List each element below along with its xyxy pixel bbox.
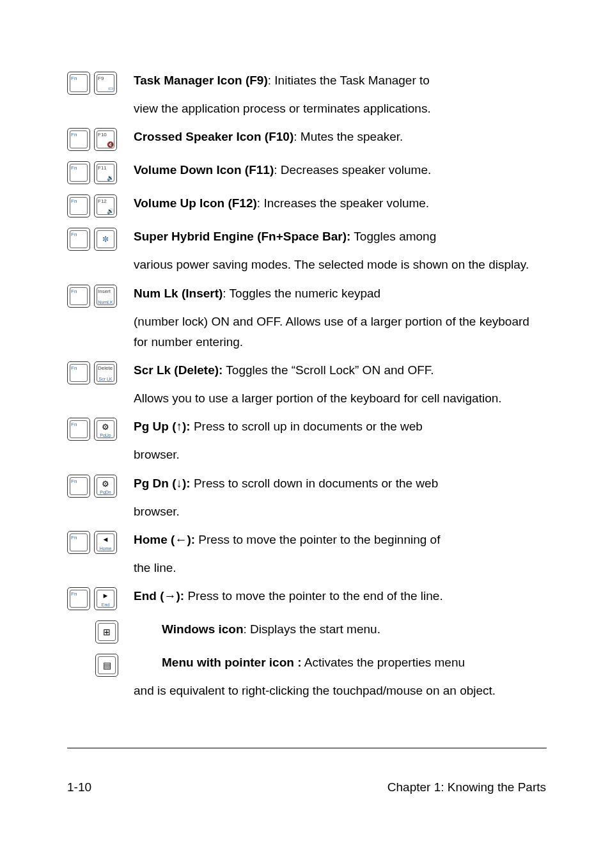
key-top-label: F9: [98, 75, 104, 81]
hotkey-continuation: (number lock) ON and OFF. Allows use of …: [134, 312, 546, 353]
key-pair: ▤: [67, 652, 159, 677]
key-icon: ▭: [108, 85, 114, 91]
key-bottom-label: PgUp: [100, 433, 111, 438]
hotkey-text: : Toggles the numeric keypad: [223, 287, 380, 300]
hotkey-label: Pg Dn (↓):: [134, 477, 191, 490]
fn-key: Fn: [67, 194, 90, 217]
hotkey-text: Press to scroll down in documents or the…: [191, 477, 439, 490]
hotkey-label: Task Manager Icon (F9): [134, 74, 268, 87]
hotkey-description: Pg Up (↑): Press to scroll up in documen…: [131, 416, 546, 437]
hotkey-text: Toggles the “Scroll Lock” ON and OFF.: [223, 363, 434, 377]
hotkey-text: Press to scroll up in documents or the w…: [191, 420, 423, 433]
key-label: Fn: [71, 75, 77, 81]
hotkey-row: FnF12🔊Volume Up Icon (F12): Increases th…: [67, 193, 546, 217]
fn-key: Fn: [67, 72, 90, 95]
hotkey-description: Volume Up Icon (F12): Increases the spea…: [131, 193, 546, 214]
key-pair: FnF9▭: [67, 70, 131, 95]
hotkey-text: : Increases the speaker volume.: [257, 196, 429, 210]
hotkey-continuation: browser.: [134, 501, 546, 522]
single-key: ⊞: [95, 620, 118, 643]
hotkey-label: Num Lk (Insert): [134, 287, 223, 300]
hotkey-continuation: Allows you to use a larger portion of th…: [134, 388, 546, 409]
hotkey-row: Fn⚙PgDnPg Dn (↓): Press to scroll down i…: [67, 473, 546, 498]
key-icon: ✼: [102, 235, 109, 243]
key-pair: FnF12🔊: [67, 193, 131, 217]
key-icon: 🔇: [107, 141, 114, 148]
key-label: Fn: [71, 535, 77, 541]
hotkey-description: Task Manager Icon (F9): Initiates the Ta…: [131, 70, 546, 91]
function-key: ⚙PgUp: [94, 418, 117, 441]
key-pair: Fn►End: [67, 586, 131, 610]
hotkey-label: End (→):: [134, 589, 184, 603]
hotkey-description: Super Hybrid Engine (Fn+Space Bar): Togg…: [131, 226, 546, 247]
key-top-label: Insert: [98, 288, 111, 294]
arrow-icon: ◄: [102, 535, 109, 543]
hotkey-text: : Displays the start menu.: [244, 622, 380, 636]
key-label: Fn: [71, 132, 77, 138]
function-key: DeleteScr LK: [94, 361, 117, 384]
hotkey-text: : Decreases speaker volume.: [274, 163, 431, 177]
function-key: F10🔇: [94, 128, 117, 151]
hotkey-label: Scr Lk (Delete):: [134, 363, 223, 377]
key-label: Fn: [71, 165, 77, 171]
hotkey-row: Fn✼Super Hybrid Engine (Fn+Space Bar): T…: [67, 226, 546, 251]
key-label: Fn: [71, 422, 77, 427]
hotkey-continuation: browser.: [134, 445, 546, 465]
page-content: FnF9▭Task Manager Icon (F9): Initiates t…: [0, 0, 610, 748]
hotkey-label: Pg Up (↑):: [134, 420, 191, 433]
hotkey-text: Press to move the pointer to the end of …: [184, 589, 443, 603]
key-bottom-label: NumLK: [98, 300, 113, 304]
hotkey-description: Crossed Speaker Icon (F10): Mutes the sp…: [131, 127, 546, 147]
function-key: ⚙PgDn: [94, 475, 117, 498]
function-key: ◄Home: [94, 531, 117, 554]
key-pair: FnF10🔇: [67, 127, 131, 151]
fn-key: Fn: [67, 418, 90, 441]
key-top-label: F12: [98, 198, 107, 204]
hotkey-description: Pg Dn (↓): Press to scroll down in docum…: [131, 473, 546, 494]
fn-key: Fn: [67, 228, 90, 251]
key-pair: FnInsertNumLK: [67, 283, 131, 308]
key-top-label: Delete: [98, 365, 113, 371]
hotkey-row: FnF10🔇Crossed Speaker Icon (F10): Mutes …: [67, 127, 546, 151]
hotkey-row: FnF9▭Task Manager Icon (F9): Initiates t…: [67, 70, 546, 95]
key-icon: ⊞: [103, 627, 111, 637]
hotkey-description: Num Lk (Insert): Toggles the numeric key…: [131, 283, 546, 304]
hotkey-description: Volume Down Icon (F11): Decreases speake…: [131, 160, 546, 180]
fn-key: Fn: [67, 587, 90, 610]
key-pair: FnF11🔉: [67, 160, 131, 184]
hotkey-label: Home (←):: [134, 533, 195, 546]
fn-key: Fn: [67, 128, 90, 151]
key-bottom-label: PgDn: [100, 490, 111, 494]
hotkey-text: : Mutes the speaker.: [293, 130, 403, 143]
key-bottom-label: End: [102, 603, 109, 607]
function-key: F12🔊: [94, 194, 117, 217]
hotkey-row: Fn►EndEnd (→): Press to move the pointer…: [67, 586, 546, 610]
key-pair: Fn✼: [67, 226, 131, 251]
key-icon: ▤: [103, 660, 111, 670]
fn-key: Fn: [67, 161, 90, 184]
key-label: Fn: [71, 365, 77, 371]
key-label: Fn: [71, 478, 77, 484]
hotkey-row: FnDeleteScr LKScr Lk (Delete): Toggles t…: [67, 360, 546, 384]
rows-container: FnF9▭Task Manager Icon (F9): Initiates t…: [67, 70, 546, 702]
hotkey-continuation: view the application process or terminat…: [134, 99, 546, 119]
fn-key: Fn: [67, 475, 90, 498]
key-icon: 🔉: [107, 175, 114, 181]
hotkey-row: Fn◄HomeHome (←): Press to move the point…: [67, 530, 546, 554]
key-label: Fn: [71, 198, 77, 204]
key-pair: FnDeleteScr LK: [67, 360, 131, 384]
hotkey-row: ⊞Windows icon: Displays the start menu.: [67, 619, 546, 643]
function-key: F9▭: [94, 72, 117, 95]
key-pair: Fn⚙PgUp: [67, 416, 131, 441]
hotkey-row: FnInsertNumLKNum Lk (Insert): Toggles th…: [67, 283, 546, 308]
hotkey-description: Home (←): Press to move the pointer to t…: [131, 530, 546, 550]
hotkey-description: Windows icon: Displays the start menu.: [159, 619, 546, 640]
hotkey-label: Super Hybrid Engine (Fn+Space Bar):: [134, 230, 350, 243]
gear-icon: ⚙: [102, 479, 109, 489]
hotkey-text: Toggles among: [350, 230, 436, 243]
hotkey-label: Menu with pointer icon :: [162, 656, 301, 669]
gear-icon: ⚙: [102, 422, 109, 432]
fn-key: Fn: [67, 531, 90, 554]
key-icon: 🔊: [107, 208, 114, 214]
hotkey-text: : Initiates the Task Manager to: [268, 74, 430, 87]
